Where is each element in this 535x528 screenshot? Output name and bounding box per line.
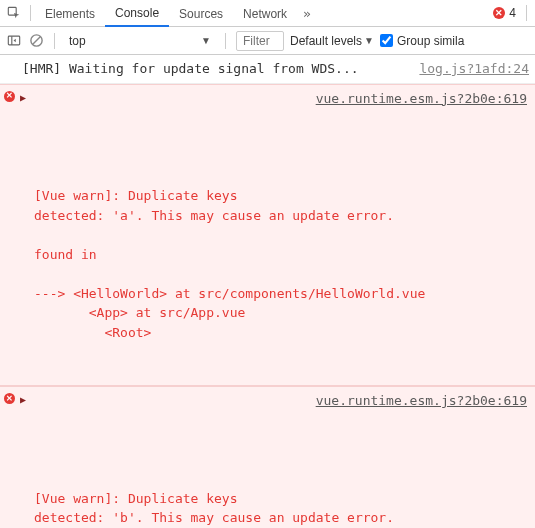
chevron-down-icon: ▼ bbox=[201, 35, 211, 46]
context-label: top bbox=[69, 34, 86, 48]
error-count-badge[interactable]: ✕ 4 bbox=[493, 6, 516, 20]
error-icon: ✕ bbox=[4, 393, 15, 404]
log-message: [HMR] Waiting for update signal from WDS… bbox=[22, 61, 359, 76]
context-selector[interactable]: top ▼ bbox=[65, 33, 215, 49]
toggle-sidebar-icon[interactable] bbox=[6, 33, 22, 49]
source-link[interactable]: vue.runtime.esm.js?2b0e:619 bbox=[316, 391, 527, 411]
devtools-tab-bar: Elements Console Sources Network » ✕ 4 bbox=[0, 0, 535, 27]
error-message: [Vue warn]: Duplicate keys detected: 'a'… bbox=[22, 186, 529, 342]
separator bbox=[54, 33, 55, 49]
separator bbox=[526, 5, 527, 21]
error-message: [Vue warn]: Duplicate keys detected: 'b'… bbox=[22, 489, 529, 529]
log-levels-selector[interactable]: Default levels ▼ bbox=[290, 34, 374, 48]
source-link[interactable]: log.js?1afd:24 bbox=[419, 59, 529, 79]
more-tabs-chevron-icon[interactable]: » bbox=[297, 6, 317, 21]
group-similar-checkbox[interactable]: Group simila bbox=[380, 34, 464, 48]
log-row-error[interactable]: ✕ ▶ vue.runtime.esm.js?2b0e:619 [Vue war… bbox=[0, 84, 535, 387]
log-row-info[interactable]: [HMR] Waiting for update signal from WDS… bbox=[0, 55, 535, 84]
clear-console-icon[interactable] bbox=[28, 33, 44, 49]
levels-label: Default levels bbox=[290, 34, 362, 48]
svg-line-4 bbox=[32, 37, 40, 45]
expand-arrow-icon[interactable]: ▶ bbox=[20, 90, 26, 105]
tab-elements[interactable]: Elements bbox=[35, 1, 105, 26]
tab-console[interactable]: Console bbox=[105, 0, 169, 27]
error-icon: ✕ bbox=[4, 91, 15, 102]
filter-input[interactable] bbox=[236, 31, 284, 51]
console-log: [HMR] Waiting for update signal from WDS… bbox=[0, 55, 535, 528]
source-link[interactable]: vue.runtime.esm.js?2b0e:619 bbox=[316, 89, 527, 109]
log-row-error[interactable]: ✕ ▶ vue.runtime.esm.js?2b0e:619 [Vue war… bbox=[0, 386, 535, 528]
separator bbox=[30, 5, 31, 21]
expand-arrow-icon[interactable]: ▶ bbox=[20, 392, 26, 407]
console-toolbar: top ▼ Default levels ▼ Group simila bbox=[0, 27, 535, 55]
inspect-element-icon[interactable] bbox=[6, 5, 22, 21]
error-icon: ✕ bbox=[493, 7, 505, 19]
chevron-down-icon: ▼ bbox=[364, 35, 374, 46]
separator bbox=[225, 33, 226, 49]
group-similar-input[interactable] bbox=[380, 34, 393, 47]
group-similar-label: Group simila bbox=[397, 34, 464, 48]
tab-sources[interactable]: Sources bbox=[169, 1, 233, 26]
error-count: 4 bbox=[509, 6, 516, 20]
tab-network[interactable]: Network bbox=[233, 1, 297, 26]
